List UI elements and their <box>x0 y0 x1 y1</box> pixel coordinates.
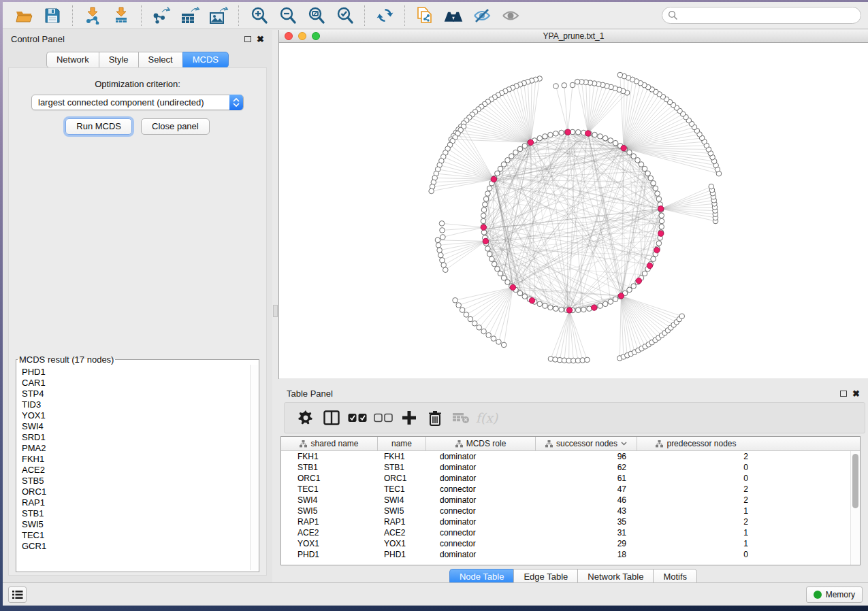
column-header-shared-name[interactable]: shared name <box>281 437 378 450</box>
show-all-icon[interactable] <box>500 6 521 25</box>
zoom-selected-icon[interactable] <box>334 6 355 25</box>
table-cell-name: ORC1 <box>378 474 426 483</box>
table-cell-shared-name: YOX1 <box>281 539 378 548</box>
vertical-splitter[interactable] <box>272 30 278 582</box>
export-table-icon[interactable] <box>180 6 200 25</box>
network-graph[interactable] <box>279 43 868 378</box>
table-cell-successor-nodes: 18 <box>536 550 637 559</box>
mcds-result-item[interactable]: RAP1 <box>22 497 249 508</box>
mcds-result-item[interactable]: YOX1 <box>22 410 249 421</box>
network-title: YPA_prune.txt_1 <box>279 31 868 41</box>
window-close-traffic-light[interactable] <box>285 32 293 40</box>
clone-network-icon[interactable] <box>415 6 435 25</box>
mcds-result-item[interactable]: SWI4 <box>22 421 249 432</box>
table-cell-name: ACE2 <box>378 528 426 538</box>
mcds-result-scrollbar[interactable] <box>250 365 258 570</box>
search-input[interactable] <box>681 11 855 20</box>
mcds-result-item[interactable]: TEC1 <box>22 530 249 541</box>
table-cell-shared-name: RAP1 <box>281 517 378 527</box>
table-cell-shared-name: SWI5 <box>281 506 378 516</box>
export-network-icon[interactable] <box>151 6 172 25</box>
splitter-grip[interactable] <box>273 305 278 317</box>
table-panel-title: Table Panel <box>287 389 333 399</box>
table-row[interactable]: RAP1RAP1dominator352 <box>281 516 850 527</box>
table-scrollbar-thumb[interactable] <box>852 454 858 508</box>
window-minimize-traffic-light[interactable] <box>298 32 306 40</box>
table-cell-mcds-role: connector <box>426 506 536 516</box>
table-row[interactable]: PHD1PHD1dominator180 <box>281 549 850 560</box>
binoculars-icon[interactable] <box>443 6 464 25</box>
table-row[interactable]: YOX1YOX1connector291 <box>281 538 850 549</box>
import-table-icon[interactable] <box>111 6 131 25</box>
close-panel-button[interactable]: Close panel <box>141 118 210 135</box>
mcds-result-list[interactable]: PHD1CAR1STP4TID3YOX1SWI4SRD1PMA2FKH1ACE2… <box>18 365 249 570</box>
column-header-predecessor-nodes[interactable]: predecessor nodes <box>637 437 755 450</box>
network-canvas[interactable] <box>279 43 868 378</box>
column-header-name[interactable]: name <box>378 437 426 450</box>
run-mcds-button[interactable]: Run MCDS <box>65 118 132 135</box>
hide-selected-icon[interactable] <box>472 6 492 25</box>
zoom-in-icon[interactable] <box>248 6 269 25</box>
search-icon <box>668 10 678 20</box>
mcds-result-item[interactable]: ORC1 <box>22 486 249 497</box>
mcds-result-item[interactable]: GCR1 <box>22 541 249 552</box>
table-settings-gear-icon[interactable] <box>294 408 317 428</box>
column-header-mcds-role[interactable]: MCDS role <box>426 437 536 450</box>
mcds-result-item[interactable]: TID3 <box>22 399 249 410</box>
table-cell-name: SWI4 <box>378 495 426 505</box>
node-table-body[interactable]: FKH1FKH1dominator962STB1STB1dominator620… <box>281 451 850 565</box>
table-cell-mcds-role: dominator <box>426 463 536 472</box>
tab-style[interactable]: Style <box>99 52 138 68</box>
delete-icon[interactable] <box>423 408 447 428</box>
tab-network[interactable]: Network <box>46 52 99 68</box>
export-image-icon[interactable] <box>208 6 229 25</box>
window-maximize-traffic-light[interactable] <box>312 32 320 40</box>
mcds-result-item[interactable]: CAR1 <box>22 378 249 389</box>
float-panel-icon[interactable] <box>840 391 847 397</box>
table-row[interactable]: SWI4SWI4dominator462 <box>281 495 850 506</box>
toolbar-separator <box>404 5 405 26</box>
save-icon[interactable] <box>42 6 63 25</box>
mcds-result-item[interactable]: STP4 <box>22 389 249 399</box>
mcds-result-item[interactable]: PHD1 <box>22 367 249 378</box>
mcds-result-item[interactable]: PMA2 <box>22 443 249 454</box>
mcds-result-item[interactable]: ACE2 <box>22 465 249 476</box>
memory-button[interactable]: Memory <box>806 587 863 603</box>
refresh-icon[interactable] <box>374 6 395 25</box>
task-history-button[interactable] <box>8 587 27 603</box>
zoom-fit-icon[interactable] <box>306 6 326 25</box>
table-cell-successor-nodes: 35 <box>536 517 637 527</box>
table-row[interactable]: FKH1FKH1dominator962 <box>281 451 850 462</box>
column-label: MCDS role <box>466 439 507 448</box>
add-icon[interactable] <box>398 408 421 428</box>
table-scrollbar[interactable] <box>850 451 860 565</box>
table-row[interactable]: STB1STB1dominator620 <box>281 462 850 473</box>
tab-mcds[interactable]: MCDS <box>182 52 229 68</box>
mcds-result-item[interactable]: STB5 <box>22 476 249 486</box>
float-panel-icon[interactable] <box>244 36 251 42</box>
table-row[interactable]: TEC1TEC1connector472 <box>281 484 850 495</box>
column-header-successor-nodes[interactable]: successor nodes <box>536 437 637 450</box>
status-bar: Memory <box>3 582 868 606</box>
open-folder-icon[interactable] <box>14 6 34 25</box>
table-cell-mcds-role: dominator <box>426 550 536 559</box>
table-row[interactable]: SWI5SWI5connector431 <box>281 506 850 516</box>
column-selector-icon[interactable] <box>320 408 343 428</box>
mcds-result-item[interactable]: SRD1 <box>22 432 249 443</box>
deselect-all-icon[interactable] <box>372 408 395 428</box>
select-all-icon[interactable] <box>346 408 369 428</box>
mcds-result-item[interactable]: FKH1 <box>22 454 249 465</box>
import-network-icon[interactable] <box>82 6 103 25</box>
zoom-out-icon[interactable] <box>277 6 298 25</box>
table-cell-mcds-role: connector <box>426 484 536 494</box>
mcds-result-item[interactable]: STB1 <box>22 508 249 519</box>
tab-select[interactable]: Select <box>138 52 182 68</box>
table-row[interactable]: ORC1ORC1dominator610 <box>281 473 850 484</box>
mcds-result-item[interactable]: SWI5 <box>22 519 249 530</box>
criterion-dropdown[interactable]: largest connected component (undirected) <box>31 95 244 110</box>
close-panel-icon[interactable]: ✖ <box>852 389 860 398</box>
close-panel-icon[interactable]: ✖ <box>257 35 264 44</box>
table-row[interactable]: ACE2ACE2connector311 <box>281 527 850 538</box>
table-cell-shared-name: TEC1 <box>281 484 378 494</box>
node-table: shared namenameMCDS rolesuccessor nodesp… <box>280 436 861 565</box>
